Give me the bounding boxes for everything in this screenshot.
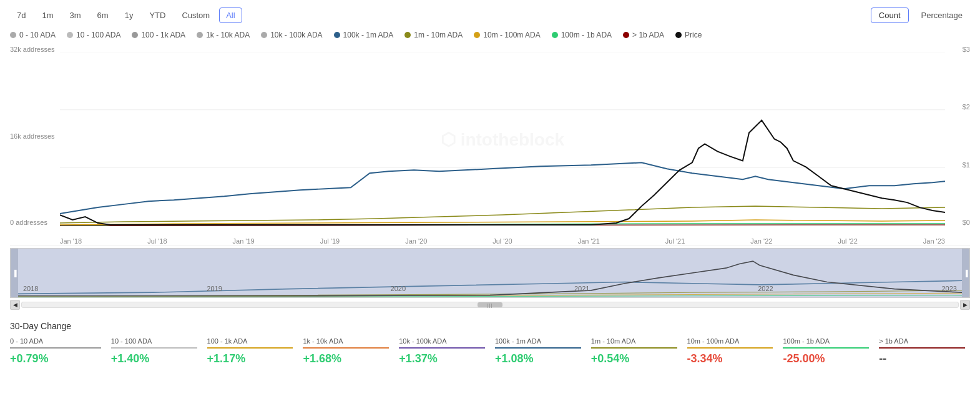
change-col-label: 100m - 1b ADA	[783, 337, 869, 349]
y-axis-left: 32k addresses 16k addresses 0 addresses	[10, 46, 55, 226]
legend-item: 1m - 10m ADA	[404, 31, 463, 39]
legend-label: 100m - 1b ADA	[561, 31, 612, 39]
range-handle-left[interactable]: ▐	[11, 249, 18, 297]
x-axis-label: Jan '20	[405, 237, 427, 245]
scrollbar-track[interactable]: |||	[21, 302, 959, 308]
legend-dot	[197, 32, 203, 38]
scroll-container: ◀ ||| ▶	[10, 300, 970, 310]
legend-dot	[675, 32, 682, 38]
x-axis-label: Jan '18	[60, 237, 82, 245]
range-selector-wrapper: ▐ ▐ 201820192020202120222023 ◀ |||	[10, 248, 970, 310]
change-column: 1k - 10k ADA+1.68%	[298, 337, 394, 365]
legend-dot	[474, 32, 480, 38]
change-col-value: +0.54%	[591, 352, 630, 365]
legend-item: Price	[675, 31, 702, 39]
legend-label: 1m - 10m ADA	[414, 31, 463, 39]
time-btn-6m[interactable]: 6m	[91, 7, 115, 23]
percentage-button[interactable]: Percentage	[914, 8, 971, 22]
change-col-value: +1.08%	[495, 352, 534, 365]
legend-label: 1k - 10k ADA	[206, 31, 250, 39]
time-btn-ytd[interactable]: YTD	[142, 7, 172, 23]
change-col-value: +0.79%	[10, 352, 49, 365]
y-label-mid: 16k addresses	[10, 132, 55, 140]
price-label-bottom: $0	[963, 219, 970, 226]
time-btn-3m[interactable]: 3m	[63, 7, 88, 23]
time-buttons-group: 7d1m3m6m1yYTDCustomAll	[10, 7, 242, 23]
count-pct-group: Count Percentage	[871, 7, 970, 23]
chart-area: 32k addresses 16k addresses 0 addresses …	[10, 46, 970, 245]
legend-item: > 1b ADA	[623, 31, 664, 39]
change-column: 1m - 10m ADA+0.54%	[586, 337, 682, 365]
range-year-label: 2019	[207, 285, 222, 292]
time-btn-1y[interactable]: 1y	[118, 7, 140, 23]
change-col-label: 10 - 100 ADA	[111, 337, 197, 349]
legend-dot	[623, 32, 629, 38]
x-axis-label: Jul '21	[665, 237, 685, 245]
time-btn-custom[interactable]: Custom	[175, 7, 217, 23]
time-btn-7d[interactable]: 7d	[10, 7, 32, 23]
y-label-top: 32k addresses	[10, 46, 55, 53]
range-year-label: 2023	[941, 285, 956, 292]
x-axis-label: Jul '19	[320, 237, 340, 245]
legend-label: 10k - 100k ADA	[270, 31, 322, 39]
change-column: 100k - 1m ADA+1.08%	[490, 337, 586, 365]
x-axis-label: Jan '19	[233, 237, 255, 245]
legend-item: 100 - 1k ADA	[132, 31, 185, 39]
change-col-value: --	[879, 352, 886, 365]
range-selector[interactable]: ▐ ▐ 201820192020202120222023	[10, 248, 970, 298]
legend-dot	[67, 32, 73, 38]
price-label-3: $1	[963, 161, 970, 169]
legend-item: 10 - 100 ADA	[67, 31, 120, 39]
legend-dot	[10, 32, 16, 38]
change-col-value: +1.68%	[303, 352, 341, 365]
change-column: 10 - 100 ADA+1.40%	[106, 337, 202, 365]
x-axis: Jan '18Jul '18Jan '19Jul '19Jan '20Jul '…	[60, 237, 945, 245]
legend-label: 100 - 1k ADA	[141, 31, 185, 39]
change-col-label: > 1b ADA	[879, 337, 965, 349]
change-column: 0 - 10 ADA+0.79%	[10, 337, 106, 365]
range-year-label: 2020	[391, 285, 406, 292]
legend-item: 1k - 10k ADA	[197, 31, 250, 39]
y-axis-right: $3 $2 $1 $0	[963, 46, 970, 226]
x-axis-label: Jan '22	[750, 237, 772, 245]
legend-label: > 1b ADA	[632, 31, 664, 39]
scroll-left-button[interactable]: ◀	[10, 300, 20, 310]
change-col-label: 10m - 100m ADA	[687, 337, 773, 349]
range-year-label: 2021	[574, 285, 589, 292]
scrollbar-thumb[interactable]: |||	[478, 302, 502, 307]
scroll-dots: |||	[487, 302, 492, 308]
range-handle-right[interactable]: ▐	[962, 249, 969, 297]
price-label-top: $3	[963, 46, 970, 53]
x-axis-label: Jul '22	[838, 237, 857, 245]
range-year-label: 2018	[23, 285, 38, 292]
time-btn-all[interactable]: All	[219, 7, 242, 23]
time-btn-1m[interactable]: 1m	[35, 7, 60, 23]
legend-label: 10 - 100 ADA	[76, 31, 120, 39]
change-col-value: +1.40%	[111, 352, 150, 365]
change-column: 10k - 100k ADA+1.37%	[394, 337, 490, 365]
legend-item: 100k - 1m ADA	[334, 31, 394, 39]
chart-svg: ⬡ intotheblock	[60, 52, 945, 226]
legend: 0 - 10 ADA10 - 100 ADA100 - 1k ADA1k - 1…	[10, 31, 970, 39]
change-col-value: -25.00%	[783, 352, 825, 365]
legend-item: 10m - 100m ADA	[474, 31, 540, 39]
change-col-label: 100k - 1m ADA	[495, 337, 581, 349]
change-col-label: 10k - 100k ADA	[399, 337, 485, 349]
change-col-label: 0 - 10 ADA	[10, 337, 101, 349]
legend-dot	[261, 32, 267, 38]
change-col-label: 1k - 10k ADA	[303, 337, 389, 349]
x-axis-label: Jul '20	[492, 237, 512, 245]
legend-dot	[552, 32, 558, 38]
range-labels: 201820192020202120222023	[11, 285, 969, 292]
scroll-right-button[interactable]: ▶	[960, 300, 970, 310]
change-col-value: +1.17%	[207, 352, 246, 365]
time-bar: 7d1m3m6m1yYTDCustomAll Count Percentage	[10, 7, 970, 23]
main-container: 7d1m3m6m1yYTDCustomAll Count Percentage …	[0, 0, 980, 406]
change-column: > 1b ADA--	[874, 337, 970, 365]
count-button[interactable]: Count	[871, 7, 909, 23]
change-title: 30-Day Change	[10, 321, 970, 331]
legend-dot	[334, 32, 340, 38]
legend-dot	[132, 32, 138, 38]
change-column: 10m - 100m ADA-3.34%	[682, 337, 778, 365]
change-col-value: -3.34%	[687, 352, 723, 365]
